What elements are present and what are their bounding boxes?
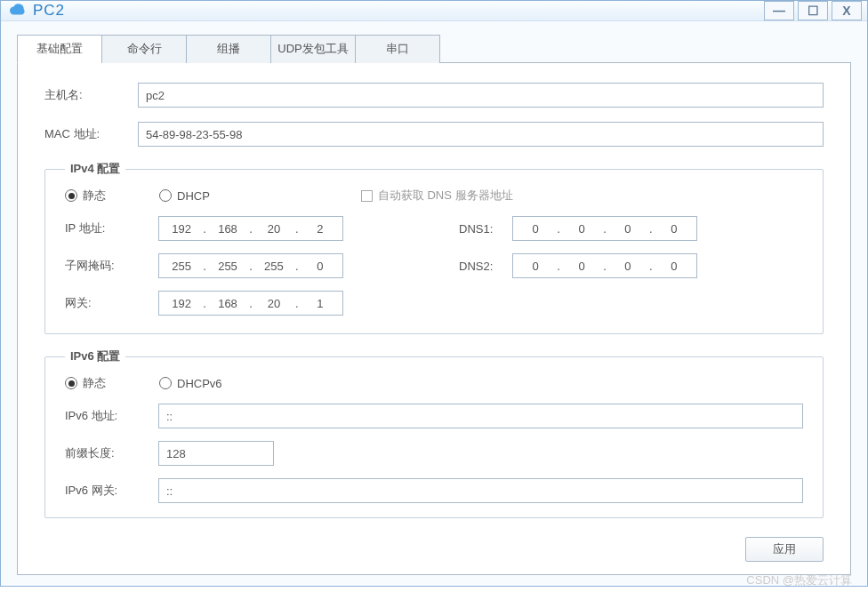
tab-multicast[interactable]: 组播: [186, 35, 271, 63]
hostname-row: 主机名:: [44, 83, 824, 108]
ipv6-dhcp-label: DHCPv6: [177, 377, 222, 390]
content-area: 基础配置 命令行 组播 UDP发包工具 串口 主机名: MAC 地址: IPv4…: [1, 21, 867, 586]
ipv6-address-input[interactable]: [158, 404, 803, 428]
radio-checked-icon: [65, 189, 77, 202]
ipv6-address-label: IPv6 地址:: [65, 408, 158, 424]
app-icon: [10, 3, 26, 19]
dns1-label: DNS1:: [459, 222, 512, 236]
gateway-row: 网关: 192. 168. 20. 1: [65, 291, 803, 316]
ipv4-mode-row: 静态 DHCP 自动获取 DNS 服务器地址: [65, 188, 803, 204]
mac-label: MAC 地址:: [44, 126, 138, 142]
ip-address-input[interactable]: 192. 168. 20. 2: [158, 216, 343, 241]
dns2-label: DNS2:: [459, 260, 512, 273]
close-button[interactable]: X: [832, 1, 862, 20]
subnet-input[interactable]: 255. 255. 255. 0: [158, 253, 343, 278]
ipv6-legend: IPv6 配置: [65, 348, 125, 364]
tab-cli[interactable]: 命令行: [101, 35, 187, 63]
hostname-label: 主机名:: [44, 87, 138, 103]
autodns-checkbox[interactable]: 自动获取 DNS 服务器地址: [361, 188, 513, 204]
ipv6-gateway-input[interactable]: [158, 478, 803, 503]
checkbox-icon: [361, 190, 373, 202]
ipv6-mode-row: 静态 DHCPv6: [65, 375, 803, 391]
dns2-input[interactable]: 0. 0. 0. 0: [512, 253, 697, 278]
subnet-label: 子网掩码:: [65, 258, 158, 274]
gateway-label: 网关:: [65, 295, 158, 311]
ipv4-fieldset: IPv4 配置 静态 DHCP 自动获取 DNS 服务器地址: [44, 161, 824, 334]
hostname-input[interactable]: [138, 83, 824, 108]
ip-address-label: IP 地址:: [65, 220, 158, 236]
ipv4-dhcp-label: DHCP: [177, 189, 210, 203]
subnet-row: 子网掩码: 255. 255. 255. 0 DNS2: 0. 0. 0.: [65, 253, 803, 278]
ipv4-static-label: 静态: [83, 188, 106, 204]
ipv6-prefix-label: 前缀长度:: [65, 445, 158, 461]
ipv6-prefix-row: 前缀长度:: [65, 441, 803, 466]
tab-serial[interactable]: 串口: [355, 35, 440, 63]
ipv6-static-label: 静态: [83, 375, 106, 391]
footer: 应用: [745, 537, 824, 562]
tab-bar: 基础配置 命令行 组播 UDP发包工具 串口: [17, 34, 851, 63]
dns1-group: DNS1: 0. 0. 0. 0: [459, 216, 697, 241]
ip-address-row: IP 地址: 192. 168. 20. 2 DNS1: 0. 0. 0.: [65, 216, 803, 241]
ipv6-static-radio[interactable]: 静态: [65, 375, 106, 391]
ipv6-gateway-row: IPv6 网关:: [65, 478, 803, 503]
gateway-input[interactable]: 192. 168. 20. 1: [158, 291, 343, 316]
autodns-label: 自动获取 DNS 服务器地址: [378, 188, 513, 204]
dns2-group: DNS2: 0. 0. 0. 0: [459, 253, 697, 278]
tab-udp-tool[interactable]: UDP发包工具: [270, 35, 356, 63]
ipv4-dhcp-radio[interactable]: DHCP: [159, 189, 210, 203]
window-controls: — ☐ X: [764, 1, 862, 20]
minimize-button[interactable]: —: [764, 1, 794, 20]
dns1-input[interactable]: 0. 0. 0. 0: [512, 216, 697, 241]
ipv6-address-row: IPv6 地址:: [65, 404, 803, 428]
ipv4-static-radio[interactable]: 静态: [65, 188, 106, 204]
maximize-button[interactable]: ☐: [798, 1, 828, 20]
mac-row: MAC 地址:: [44, 122, 824, 147]
window-title: PC2: [33, 2, 764, 20]
tab-basic-config[interactable]: 基础配置: [17, 35, 102, 63]
radio-unchecked-icon: [159, 189, 172, 202]
ipv6-gateway-label: IPv6 网关:: [65, 483, 158, 499]
radio-unchecked-icon: [159, 377, 172, 389]
ipv6-prefix-input[interactable]: [158, 441, 274, 466]
tab-body: 主机名: MAC 地址: IPv4 配置 静态 DHCP: [17, 63, 851, 575]
ipv6-dhcp-radio[interactable]: DHCPv6: [159, 377, 222, 390]
app-window: PC2 — ☐ X 基础配置 命令行 组播 UDP发包工具 串口 主机名: MA…: [0, 0, 868, 587]
apply-button[interactable]: 应用: [745, 537, 824, 562]
radio-checked-icon: [65, 377, 77, 389]
titlebar: PC2 — ☐ X: [1, 1, 867, 21]
ipv4-legend: IPv4 配置: [65, 161, 125, 177]
ipv6-fieldset: IPv6 配置 静态 DHCPv6 IPv6 地址: 前: [44, 348, 824, 518]
mac-input[interactable]: [138, 122, 824, 147]
